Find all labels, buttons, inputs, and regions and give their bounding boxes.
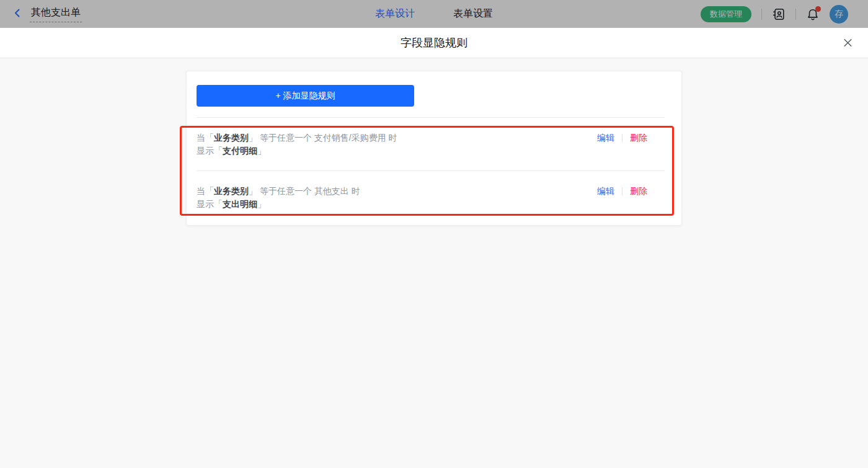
delete-rule-link[interactable]: 删除 [630, 131, 647, 144]
rules-card: + 添加显隐规则 当「业务类别」 等于任意一个 支付销售/采购费用 时 显示「支… [186, 71, 682, 226]
rule-description: 当「业务类别」 等于任意一个 其他支出 时 显示「支出明细」 [197, 185, 360, 211]
rules-list: 当「业务类别」 等于任意一个 支付销售/采购费用 时 显示「支付明细」 编辑 删… [197, 117, 665, 224]
rule-result-line: 显示「支付明细」 [197, 144, 397, 157]
rule-target-field: 支付明细 [223, 146, 257, 156]
rule-description: 当「业务类别」 等于任意一个 支付销售/采购费用 时 显示「支付明细」 [197, 131, 397, 157]
rule-row: 当「业务类别」 等于任意一个 支付销售/采购费用 时 显示「支付明细」 编辑 删… [197, 118, 665, 170]
rule-text-segment: 」 等于任意一个 其他支出 时 [249, 186, 360, 196]
divider [622, 187, 622, 195]
rule-result-line: 显示「支出明细」 [197, 198, 360, 211]
rule-text-segment: 显示「 [197, 146, 223, 156]
rule-field-name: 业务类别 [214, 133, 249, 143]
rule-actions: 编辑 删除 [597, 185, 647, 198]
rule-condition-line: 当「业务类别」 等于任意一个 其他支出 时 [197, 185, 360, 198]
field-visibility-rules-dialog: 字段显隐规则 + 添加显隐规则 当「业务类别」 等于任意一个 支付销售/采购费用… [0, 28, 868, 468]
dialog-body: + 添加显隐规则 当「业务类别」 等于任意一个 支付销售/采购费用 时 显示「支… [0, 58, 868, 226]
dialog-title: 字段显隐规则 [0, 28, 868, 58]
divider [622, 134, 622, 142]
rule-row: 当「业务类别」 等于任意一个 其他支出 时 显示「支出明细」 编辑 删除 [197, 170, 665, 224]
rule-target-field: 支出明细 [223, 199, 257, 209]
rule-actions: 编辑 删除 [597, 131, 647, 144]
rule-text-segment: 」 [257, 199, 266, 209]
rule-field-name: 业务类别 [214, 186, 249, 196]
dialog-header: 字段显隐规则 [0, 28, 868, 58]
rule-text-segment: 当「 [197, 133, 214, 143]
rule-text-segment: 」 等于任意一个 支付销售/采购费用 时 [249, 133, 397, 143]
edit-rule-link[interactable]: 编辑 [597, 185, 614, 198]
edit-rule-link[interactable]: 编辑 [597, 131, 614, 144]
delete-rule-link[interactable]: 删除 [630, 185, 647, 198]
rule-condition-line: 当「业务类别」 等于任意一个 支付销售/采购费用 时 [197, 131, 397, 144]
modal-dim-overlay [0, 0, 868, 28]
topbar: 其他支出单 表单设计 表单设置 数据管理 [0, 0, 868, 28]
close-icon[interactable] [843, 38, 853, 48]
rule-text-segment: 当「 [197, 186, 214, 196]
rule-text-segment: 显示「 [197, 199, 223, 209]
add-rule-button[interactable]: + 添加显隐规则 [197, 85, 414, 107]
rule-text-segment: 」 [257, 146, 266, 156]
page: 其他支出单 表单设计 表单设置 数据管理 [0, 0, 868, 468]
